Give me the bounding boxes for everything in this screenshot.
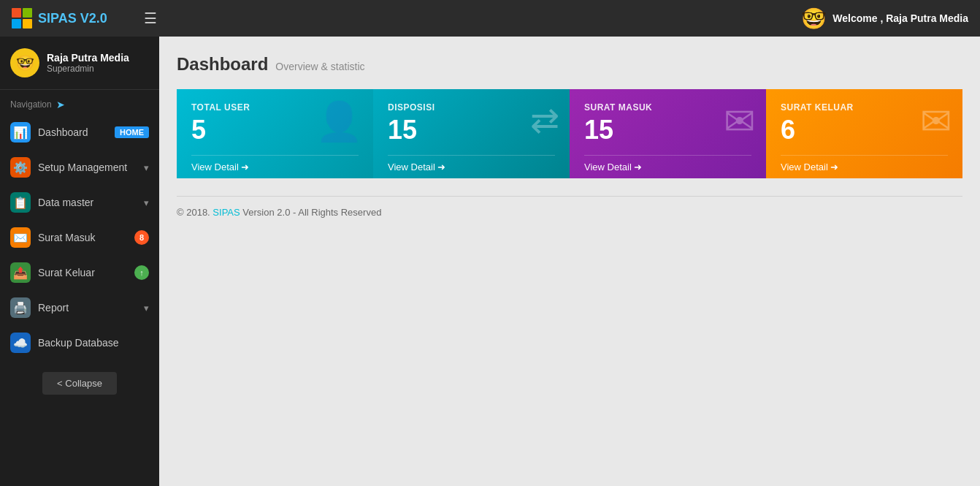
user-role: Superadmin [47, 64, 129, 74]
page-footer: © 2018. SIPAS Version 2.0 - All Rights R… [177, 196, 962, 218]
collapse-button[interactable]: < Collapse [42, 372, 117, 395]
data-master-icon: 📋 [10, 192, 31, 213]
content-area: Dashboard Overview & statistic TOTAL USE… [159, 37, 980, 486]
surat-keluar-icon: 📤 [10, 262, 31, 283]
sidebar-item-label: Surat Masuk [38, 232, 127, 243]
sidebar-item-label: Surat Keluar [38, 267, 127, 278]
report-icon: 🖨️ [10, 297, 31, 318]
sidebar-item-label: Setup Management [38, 162, 137, 173]
user-icon: 👤 [315, 99, 363, 144]
mail-out-icon: ✉ [920, 99, 952, 143]
sidebar-item-setup-management[interactable]: ⚙️ Setup Management ▾ [0, 150, 159, 185]
sidebar-item-data-master[interactable]: 📋 Data master ▾ [0, 185, 159, 220]
sidebar-item-dashboard[interactable]: 📊 Dashboard HOME [0, 115, 159, 150]
card-surat-masuk: SURAT MASUK 15 ✉ View Detail ➜ [570, 89, 766, 178]
sidebar-item-label: Report [38, 302, 137, 314]
sidebar-item-surat-keluar[interactable]: 📤 Surat Keluar ↑ [0, 255, 159, 290]
surat-masuk-icon: ✉️ [10, 227, 31, 248]
surat-keluar-badge: ↑ [134, 265, 149, 280]
chevron-down-icon: ▾ [144, 197, 149, 208]
sidebar-item-label: Data master [38, 197, 137, 208]
nav-section-label: Navigation ➤ [0, 90, 159, 115]
footer-brand-link[interactable]: SIPAS [213, 207, 240, 218]
dashboard-icon: 📊 [10, 122, 31, 143]
windows-logo-icon [12, 8, 32, 29]
user-avatar-icon: 🤓 [801, 7, 827, 31]
send-icon: ➤ [56, 99, 65, 110]
card-total-user: TOTAL USER 5 👤 View Detail ➜ [177, 89, 373, 178]
hamburger-menu[interactable]: ☰ [144, 10, 157, 27]
cards-row: TOTAL USER 5 👤 View Detail ➜ DISPOSISI 1… [177, 89, 962, 178]
backup-icon: ☁️ [10, 333, 31, 353]
view-detail-total-user[interactable]: View Detail ➜ [191, 155, 359, 178]
user-name: Raja Putra Media [47, 52, 129, 64]
brand-name: SIPAS V2.0 [38, 11, 107, 26]
brand: SIPAS V2.0 [12, 8, 107, 29]
page-subtitle: Overview & statistic [275, 61, 364, 72]
mail-in-icon: ✉ [724, 99, 756, 143]
sidebar: 🤓 Raja Putra Media Superadmin Navigation… [0, 37, 159, 486]
view-detail-surat-keluar[interactable]: View Detail ➜ [781, 155, 948, 178]
view-detail-disposisi[interactable]: View Detail ➜ [388, 155, 555, 178]
topnav-left: SIPAS V2.0 ☰ [12, 8, 157, 29]
chevron-down-icon: ▾ [144, 162, 149, 173]
sidebar-item-surat-masuk[interactable]: ✉️ Surat Masuk 8 [0, 220, 159, 255]
main-layout: 🤓 Raja Putra Media Superadmin Navigation… [0, 37, 980, 486]
sidebar-user: 🤓 Raja Putra Media Superadmin [0, 37, 159, 90]
card-disposisi: DISPOSISI 15 ⇄ View Detail ➜ [373, 89, 570, 178]
surat-masuk-badge: 8 [134, 230, 149, 245]
setup-icon: ⚙️ [10, 157, 31, 178]
top-navigation: SIPAS V2.0 ☰ 🤓 Welcome , Raja Putra Medi… [0, 0, 980, 37]
page-header: Dashboard Overview & statistic [177, 54, 962, 75]
topnav-right: 🤓 Welcome , Raja Putra Media [801, 7, 968, 31]
view-detail-surat-masuk[interactable]: View Detail ➜ [584, 155, 751, 178]
sidebar-item-label: Backup Database [38, 337, 149, 349]
page-title: Dashboard [177, 54, 268, 75]
home-badge: HOME [115, 126, 149, 138]
sidebar-item-backup-database[interactable]: ☁️ Backup Database [0, 325, 159, 360]
user-info: Raja Putra Media Superadmin [47, 52, 129, 74]
chevron-down-icon: ▾ [144, 303, 149, 314]
sidebar-item-report[interactable]: 🖨️ Report ▾ [0, 290, 159, 325]
card-surat-keluar: SURAT KELUAR 6 ✉ View Detail ➜ [766, 89, 962, 178]
disposisi-icon: ⇄ [530, 99, 559, 140]
sidebar-item-label: Dashboard [38, 126, 107, 138]
avatar: 🤓 [10, 48, 39, 77]
welcome-text: Welcome , Raja Putra Media [832, 12, 968, 24]
